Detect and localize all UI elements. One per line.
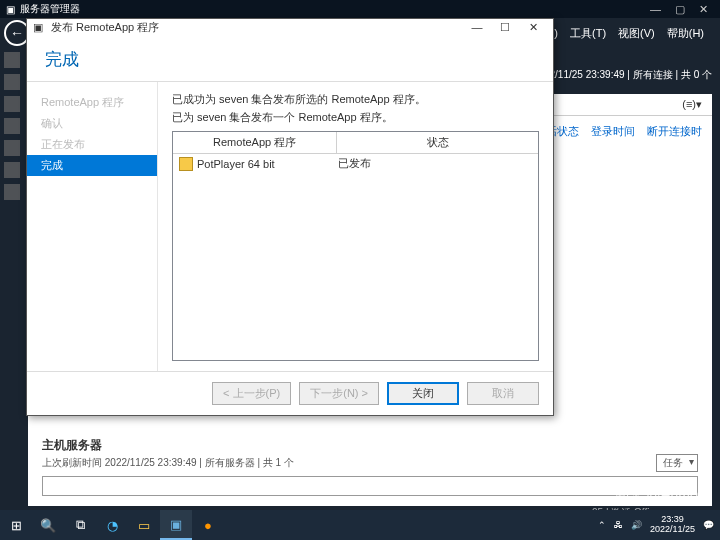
taskbar-app[interactable]: ◔ <box>96 510 128 540</box>
tray-sound-icon[interactable]: 🔊 <box>631 520 642 530</box>
status-conn: 所有连接 <box>633 69 673 80</box>
wizard-nav: RemoteApp 程序 确认 正在发布 完成 <box>27 82 157 371</box>
col-program: RemoteApp 程序 <box>173 132 337 153</box>
taskbar-explorer[interactable]: ▭ <box>128 510 160 540</box>
nav-sidebar <box>0 48 24 510</box>
refresh-line: 上次刷新时间 2022/11/25 23:39:49 | 所有服务器 | 共 1… <box>42 456 294 470</box>
dialog-minimize-icon[interactable]: — <box>463 21 491 34</box>
nav-step-publishing: 正在发布 <box>27 134 157 155</box>
col-status: 状态 <box>337 132 538 153</box>
dialog-title: 发布 RemoteApp 程序 <box>51 20 159 35</box>
taskbar-firefox[interactable]: ● <box>192 510 224 540</box>
tray-notification-icon[interactable]: 💬 <box>703 520 714 530</box>
nav-step-complete: 完成 <box>27 155 157 176</box>
filter-toggle[interactable]: (≡)▾ <box>682 98 702 111</box>
result-message-1: 已成功为 seven 集合发布所选的 RemoteApp 程序。 <box>172 92 539 107</box>
result-message-2: 已为 seven 集合发布一个 RemoteApp 程序。 <box>172 110 539 125</box>
cancel-button: 取消 <box>467 382 539 405</box>
sidebar-icon[interactable] <box>4 118 20 134</box>
tray-chevron-icon[interactable]: ⌃ <box>598 520 606 530</box>
bg-window-title: 服务器管理器 <box>20 2 80 16</box>
status-count: 共 0 个 <box>681 69 712 80</box>
link-login[interactable]: 登录时间 <box>591 124 635 139</box>
task-dropdown[interactable]: 任务 <box>656 454 698 472</box>
row-status: 已发布 <box>338 156 532 171</box>
section-host-title: 主机服务器 <box>42 437 698 454</box>
nav-step-remoteapp: RemoteApp 程序 <box>27 92 157 113</box>
tray-network-icon[interactable]: 🖧 <box>614 520 623 530</box>
result-table: RemoteApp 程序 状态 PotPlayer 64 bit 已发布 <box>172 131 539 361</box>
sidebar-icon[interactable] <box>4 74 20 90</box>
start-button[interactable]: ⊞ <box>0 510 32 540</box>
tray-clock[interactable]: 23:39 2022/11/25 <box>650 515 695 535</box>
taskbar-server-manager[interactable]: ▣ <box>160 510 192 540</box>
sidebar-icon[interactable] <box>4 96 20 112</box>
next-button: 下一步(N) > <box>299 382 379 405</box>
taskbar: ⊞ 🔍 ⧉ ◔ ▭ ▣ ● ⌃ 🖧 🔊 23:39 2022/11/25 💬 <box>0 510 720 540</box>
status-time: 2/11/25 23:39:49 <box>549 69 624 80</box>
link-disconnect[interactable]: 断开连接时 <box>647 124 702 139</box>
watermark: 知乎 @Hum0ro <box>614 488 710 506</box>
dialog-maximize-icon[interactable]: ☐ <box>491 21 519 34</box>
potplayer-icon <box>179 157 193 171</box>
publish-remoteapp-dialog: ▣ 发布 RemoteApp 程序 — ☐ ✕ 完成 RemoteApp 程序 … <box>26 18 554 416</box>
menu-help[interactable]: 帮助(H) <box>663 24 708 43</box>
prev-button: < 上一步(P) <box>212 382 291 405</box>
menu-view[interactable]: 视图(V) <box>614 24 659 43</box>
table-row[interactable]: PotPlayer 64 bit 已发布 <box>173 154 538 173</box>
sidebar-icon[interactable] <box>4 162 20 178</box>
dialog-heading: 完成 <box>45 48 535 71</box>
bg-window-titlebar: ▣ 服务器管理器 — ▢ ✕ <box>0 0 720 18</box>
sidebar-icon[interactable] <box>4 52 20 68</box>
close-icon[interactable]: ✕ <box>699 3 708 16</box>
server-manager-icon: ▣ <box>4 3 16 15</box>
task-view-icon[interactable]: ⧉ <box>64 510 96 540</box>
host-list-box <box>42 476 698 496</box>
search-icon[interactable]: 🔍 <box>32 510 64 540</box>
nav-step-confirm: 确认 <box>27 113 157 134</box>
sidebar-icon[interactable] <box>4 140 20 156</box>
dialog-icon: ▣ <box>33 21 47 35</box>
row-name: PotPlayer 64 bit <box>197 158 275 170</box>
maximize-icon[interactable]: ▢ <box>675 3 685 16</box>
sidebar-icon[interactable] <box>4 184 20 200</box>
close-button[interactable]: 关闭 <box>387 382 459 405</box>
dialog-close-icon[interactable]: ✕ <box>519 21 547 34</box>
minimize-icon[interactable]: — <box>650 3 661 16</box>
menu-tools[interactable]: 工具(T) <box>566 24 610 43</box>
